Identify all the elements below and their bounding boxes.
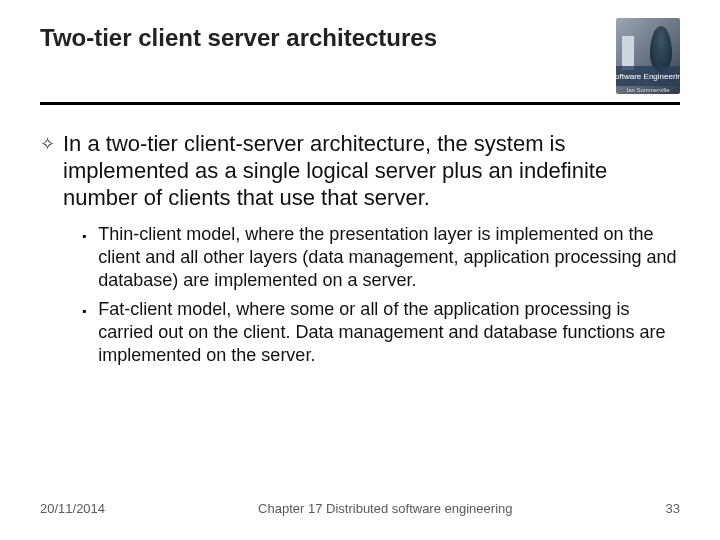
logo-subtitle-bar: Ian Sommerville [616, 85, 680, 94]
footer-chapter: Chapter 17 Distributed software engineer… [105, 501, 665, 516]
square-bullet-icon: ▪ [82, 299, 86, 323]
slide: Two-tier client server architectures Sof… [0, 0, 720, 540]
footer-date: 20/11/2014 [40, 501, 105, 516]
footer-page-number: 33 [666, 501, 680, 516]
square-bullet-icon: ▪ [82, 224, 86, 248]
bullet-2-text: Thin-client model, where the presentatio… [98, 223, 680, 292]
logo-title: Software Engineering [616, 72, 680, 81]
logo-subtitle: Ian Sommerville [626, 87, 669, 93]
bullet-2-text: Fat-client model, where some or all of t… [98, 298, 680, 367]
header-divider [40, 102, 680, 105]
diamond-bullet-icon: ✧ [40, 130, 55, 158]
bullet-level-2: ▪ Fat-client model, where some or all of… [82, 298, 680, 367]
slide-title: Two-tier client server architectures [40, 24, 680, 52]
bullet-1-text: In a two-tier client-server architecture… [63, 130, 680, 211]
book-logo: Software Engineering Ian Sommerville [616, 18, 680, 94]
logo-building-shape [622, 36, 634, 70]
slide-footer: 20/11/2014 Chapter 17 Distributed softwa… [40, 501, 680, 516]
logo-title-bar: Software Engineering [616, 66, 680, 86]
bullet-level-1: ✧ In a two-tier client-server architectu… [40, 130, 680, 211]
logo-image: Software Engineering Ian Sommerville [616, 18, 680, 94]
slide-body: ✧ In a two-tier client-server architectu… [40, 130, 680, 373]
slide-header: Two-tier client server architectures [0, 0, 720, 66]
bullet-level-2: ▪ Thin-client model, where the presentat… [82, 223, 680, 292]
